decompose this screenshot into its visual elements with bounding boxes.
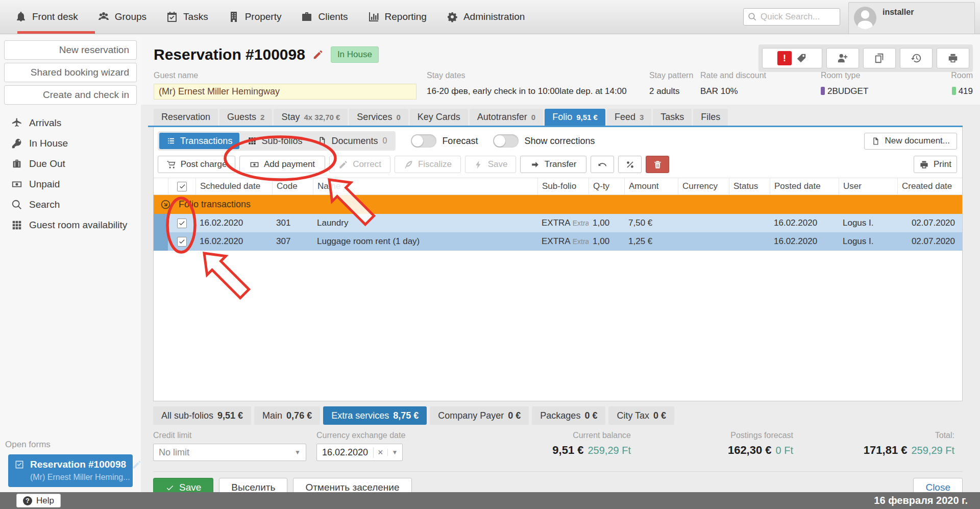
undo-icon	[598, 160, 607, 169]
sidebar-item-unpaid[interactable]: Unpaid	[0, 174, 141, 195]
new-document-button[interactable]: New document...	[864, 133, 957, 150]
tab-stay[interactable]: Stay4x 32,70 €	[274, 109, 348, 126]
sidebar-item-due-out[interactable]: Due Out	[0, 154, 141, 174]
undo-button[interactable]	[591, 156, 614, 173]
create-and-check-in-button[interactable]: Create and check in	[4, 85, 137, 105]
check-icon	[179, 183, 186, 190]
history-button[interactable]	[900, 48, 933, 68]
tab-guests[interactable]: Guests2	[219, 109, 272, 126]
building-icon	[228, 11, 240, 23]
nav-property[interactable]: Property	[218, 0, 291, 34]
quick-search-input[interactable]	[761, 12, 836, 22]
tab-feed[interactable]: Feed3	[607, 109, 651, 126]
credit-limit-label: Credit limit	[153, 431, 316, 440]
column-header[interactable]: Scheduled date	[195, 178, 272, 195]
folio-panel: Transactions Sub-folios Documents 0 Fore…	[153, 127, 963, 401]
transfer-button[interactable]: Transfer	[520, 156, 586, 173]
post-charge-button[interactable]: Post charge	[158, 156, 235, 173]
banknote-icon	[250, 160, 259, 169]
fiscalize-button[interactable]: Fiscalize	[395, 156, 461, 173]
column-header[interactable]: Sub-folio	[537, 178, 589, 195]
row-selector-cell[interactable]	[154, 214, 168, 232]
subfolio-tab-extra-services[interactable]: Extra services8,75 €	[323, 406, 427, 425]
exchange-date-picker[interactable]: 16.02.2020 × ▼	[316, 444, 403, 461]
subfolio-tab-main[interactable]: Main0,76 €	[254, 406, 320, 425]
tab-folio[interactable]: Folio9,51 €	[545, 109, 605, 126]
print-button[interactable]: Print	[914, 156, 957, 173]
print-reservation-button[interactable]	[937, 48, 969, 68]
subtab-transactions[interactable]: Transactions	[159, 133, 239, 149]
select-all-checkbox[interactable]	[177, 182, 187, 191]
table-row[interactable]: 16.02.2020 307 Luggage room rent (1 day)…	[154, 232, 962, 251]
column-header[interactable]: Status	[729, 178, 770, 195]
column-header[interactable]: User	[839, 178, 897, 195]
new-reservation-button[interactable]: New reservation	[4, 40, 137, 60]
person-icon	[854, 7, 876, 29]
help-button[interactable]: ? Help	[16, 494, 61, 507]
nav-reporting[interactable]: Reporting	[358, 0, 436, 34]
page-title: Reservation #100098	[154, 46, 305, 63]
sidebar-item-in-house[interactable]: In House	[0, 133, 141, 154]
tab-reservation[interactable]: Reservation	[154, 109, 218, 126]
tab-tasks[interactable]: Tasks	[653, 109, 692, 126]
stay-pattern-label: Stay pattern	[649, 71, 700, 80]
percent-button[interactable]	[618, 156, 642, 173]
forecast-toggle-wrap[interactable]: Forecast	[411, 134, 478, 148]
save-transactions-button[interactable]: Save	[465, 156, 516, 173]
sidebar: New reservation Shared booking wizard Cr…	[0, 34, 141, 492]
subfolio-tab-packages[interactable]: Packages0 €	[532, 406, 605, 425]
column-header[interactable]: Posted date	[770, 178, 839, 195]
sidebar-item-search[interactable]: Search	[0, 195, 141, 215]
credit-limit-select[interactable]: No limit ▼	[153, 444, 306, 461]
correct-button[interactable]: Correct	[329, 156, 390, 173]
subfolio-tab-city-tax[interactable]: City Tax0 €	[608, 406, 674, 425]
column-header[interactable]: Q-ty	[589, 178, 624, 195]
row-checkbox[interactable]	[177, 237, 187, 247]
edit-title-button[interactable]	[312, 49, 324, 60]
folio-subtabs-row: Transactions Sub-folios Documents 0 Fore…	[154, 127, 962, 151]
clear-date-icon[interactable]: ×	[373, 447, 387, 458]
alerts-tags-button[interactable]: !	[762, 48, 822, 68]
room-value: 419	[927, 84, 973, 96]
folio-transactions-group-row[interactable]: Folio transactions	[154, 195, 962, 214]
user-menu[interactable]: installer	[848, 2, 975, 34]
nav-clients[interactable]: Clients	[291, 0, 357, 34]
guest-name-input[interactable]	[154, 84, 416, 100]
column-header[interactable]: Name	[313, 178, 537, 195]
add-payment-button[interactable]: Add payment	[239, 156, 325, 173]
check-icon	[165, 483, 174, 492]
row-selector-cell[interactable]	[154, 232, 168, 251]
subtab-documents[interactable]: Documents 0	[310, 133, 394, 149]
subfolio-tab-all[interactable]: All sub-folios9,51 €	[153, 406, 251, 425]
column-header[interactable]: Amount	[624, 178, 678, 195]
bell-icon	[15, 11, 27, 23]
column-header[interactable]: Code	[272, 178, 313, 195]
column-header[interactable]: Currency	[678, 178, 729, 195]
sidebar-item-arrivals[interactable]: Arrivals	[0, 113, 141, 133]
subfolio-tab-company-payer[interactable]: Company Payer0 €	[430, 406, 529, 425]
forecast-toggle[interactable]	[411, 134, 436, 148]
sidebar-item-guest-room-availability[interactable]: Guest room availability	[0, 215, 141, 235]
shared-booking-wizard-button[interactable]: Shared booking wizard	[4, 63, 137, 82]
table-row[interactable]: 16.02.2020 301 Laundry EXTRAExtra 1,00 7…	[154, 214, 962, 232]
show-corrections-toggle-wrap[interactable]: Show corrections	[493, 134, 595, 148]
tab-key-cards[interactable]: Key Cards	[410, 109, 468, 126]
nav-front-desk[interactable]: Front desk	[5, 0, 88, 34]
nav-administration[interactable]: Administration	[436, 0, 534, 34]
open-form-reservation[interactable]: Reservation #100098 (Mr) Ernest Miller H…	[8, 454, 133, 487]
nav-tasks[interactable]: Tasks	[156, 0, 218, 34]
tab-files[interactable]: Files	[693, 109, 728, 126]
chevron-down-icon[interactable]: ▼	[387, 449, 402, 456]
subtab-sub-folios[interactable]: Sub-folios	[240, 133, 309, 149]
tab-autotransfer[interactable]: Autotransfer0	[470, 109, 543, 126]
assign-guest-button[interactable]	[826, 48, 859, 68]
sidebar-item-label: Search	[29, 199, 60, 210]
delete-button[interactable]	[646, 156, 669, 173]
column-header[interactable]: Created date	[897, 178, 962, 195]
row-checkbox[interactable]	[177, 219, 187, 228]
nav-groups[interactable]: Groups	[88, 0, 156, 34]
select-all-cell	[168, 178, 195, 195]
copy-button[interactable]	[863, 48, 896, 68]
show-corrections-toggle[interactable]	[493, 134, 519, 148]
tab-services[interactable]: Services0	[349, 109, 408, 126]
